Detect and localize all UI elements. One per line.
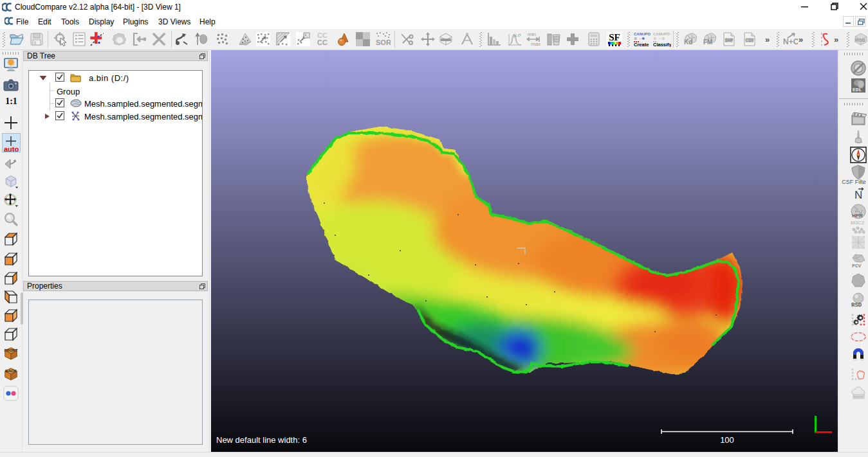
svg-text:CANUPO: CANUPO bbox=[634, 32, 651, 36]
svg-text:FRONT: FRONT bbox=[5, 348, 18, 352]
svg-text:HPR: HPR bbox=[852, 213, 863, 219]
svg-text:✺: ✺ bbox=[642, 37, 645, 40]
svg-text:»: » bbox=[834, 35, 838, 44]
svg-text:SHP: SHP bbox=[725, 38, 734, 42]
svg-text:RSD: RSD bbox=[851, 302, 862, 309]
svg-text:Kd: Kd bbox=[684, 39, 692, 46]
svg-text:SF: SF bbox=[609, 32, 620, 42]
svg-text:CANUPO: CANUPO bbox=[653, 32, 670, 36]
svg-text:EDL: EDL bbox=[853, 87, 862, 93]
svg-text:»: » bbox=[765, 35, 770, 44]
svg-text:RGB: RGB bbox=[855, 38, 865, 42]
svg-text:⚙: ⚙ bbox=[661, 37, 665, 40]
svg-text:SOR: SOR bbox=[376, 39, 391, 46]
svg-text:100: 100 bbox=[720, 435, 734, 445]
svg-text:CC: CC bbox=[317, 39, 328, 46]
svg-text:min: min bbox=[528, 31, 536, 37]
svg-text:max: max bbox=[531, 41, 540, 47]
svg-text:⚙: ⚙ bbox=[634, 37, 637, 40]
svg-text:Classify: Classify bbox=[653, 42, 671, 47]
svg-text:Create: Create bbox=[634, 42, 649, 47]
svg-text:PCV: PCV bbox=[852, 263, 862, 269]
svg-text:M3C2: M3C2 bbox=[851, 220, 865, 226]
svg-text:»: » bbox=[799, 35, 803, 44]
svg-text:N: N bbox=[854, 189, 862, 201]
svg-text:FM: FM bbox=[703, 39, 712, 46]
svg-text:⚙: ⚙ bbox=[653, 37, 656, 40]
svg-text:CSV: CSV bbox=[745, 38, 754, 42]
svg-text:BACK: BACK bbox=[5, 369, 17, 373]
